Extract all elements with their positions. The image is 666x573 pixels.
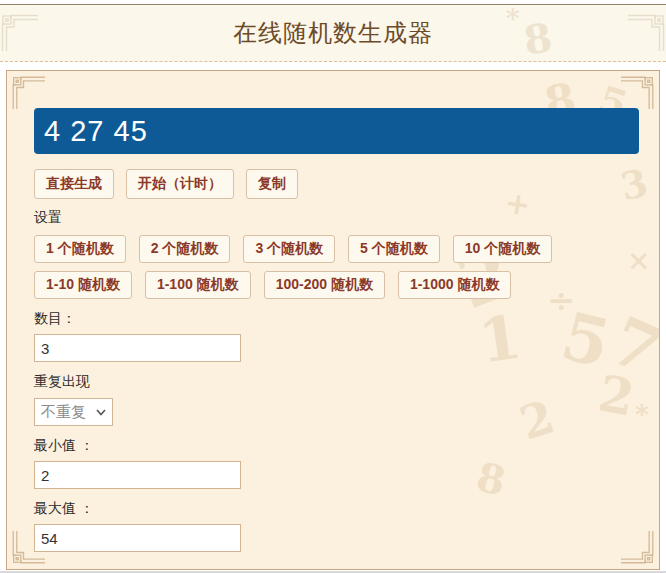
range-preset-row: 1-10 随机数 1-100 随机数 100-200 随机数 1-1000 随机…	[34, 271, 659, 299]
copy-button[interactable]: 复制	[246, 169, 298, 199]
max-input[interactable]	[34, 524, 241, 552]
generate-button[interactable]: 直接生成	[34, 169, 114, 199]
preset-range-100-200[interactable]: 100-200 随机数	[264, 271, 385, 299]
generator-content: 4 27 45 直接生成 开始（计时） 复制 设置 1 个随机数 2 个随机数 …	[7, 71, 659, 552]
repeat-label: 重复出现	[34, 373, 659, 391]
result-value: 4 27 45	[44, 115, 148, 148]
preset-range-1-1000[interactable]: 1-1000 随机数	[398, 271, 511, 299]
preset-count-5[interactable]: 5 个随机数	[348, 235, 440, 263]
count-input[interactable]	[34, 334, 241, 362]
watermark-glyph: 8	[521, 17, 554, 60]
action-button-row: 直接生成 开始（计时） 复制	[34, 169, 659, 199]
count-label: 数目：	[34, 310, 659, 328]
corner-ornament-icon	[628, 13, 666, 51]
main-panel: 5 3 + 2 1 ÷ 5 7 × 2 2 8 * 8 4 27 45 直接生成…	[6, 70, 660, 570]
count-preset-row: 1 个随机数 2 个随机数 3 个随机数 5 个随机数 10 个随机数	[34, 235, 659, 263]
repeat-select-value: 不重复	[41, 403, 86, 422]
result-display: 4 27 45	[34, 108, 639, 154]
chevron-down-icon	[96, 409, 106, 416]
min-label: 最小值 ：	[34, 437, 659, 455]
preset-count-2[interactable]: 2 个随机数	[139, 235, 231, 263]
preset-range-1-100[interactable]: 1-100 随机数	[145, 271, 251, 299]
min-input[interactable]	[34, 461, 241, 489]
settings-label: 设置	[34, 209, 659, 227]
preset-count-1[interactable]: 1 个随机数	[34, 235, 126, 263]
max-label: 最大值 ：	[34, 500, 659, 518]
start-timer-button[interactable]: 开始（计时）	[126, 169, 234, 199]
header-panel-gap	[0, 62, 666, 70]
preset-count-10[interactable]: 10 个随机数	[453, 235, 552, 263]
preset-count-3[interactable]: 3 个随机数	[243, 235, 335, 263]
header: * 8 在线随机数生成器	[0, 5, 666, 62]
page-title: 在线随机数生成器	[233, 17, 433, 49]
repeat-select[interactable]: 不重复	[34, 398, 113, 426]
watermark-glyph: *	[506, 5, 520, 31]
corner-ornament-icon	[0, 13, 38, 51]
preset-range-1-10[interactable]: 1-10 随机数	[34, 271, 132, 299]
